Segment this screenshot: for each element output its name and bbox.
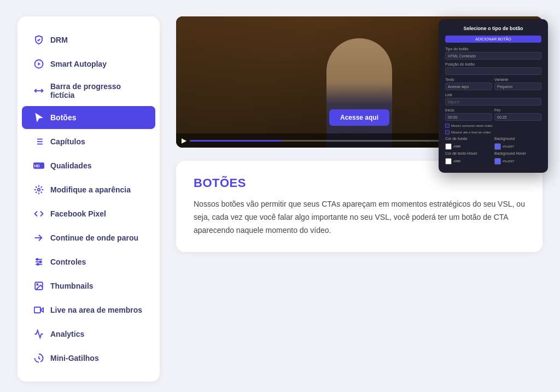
- progress-icon: [33, 85, 45, 97]
- sidebar-item-qualidades[interactable]: HD Qualidades: [22, 154, 155, 177]
- sidebar-item-smart-autoplay-label: Smart Autoplay: [50, 60, 107, 68]
- section-title: BOTÕES: [194, 176, 525, 190]
- background-swatch[interactable]: #5c63f7: [494, 143, 541, 150]
- sidebar-item-botoes[interactable]: Botões: [22, 106, 155, 129]
- sidebar-item-thumbnails[interactable]: Thumbnails: [22, 274, 155, 297]
- controls-play-icon[interactable]: ▶: [182, 137, 186, 144]
- bg-hover-value: #5c63f7: [503, 160, 514, 163]
- sidebar-item-capitulos[interactable]: Capítulos: [22, 130, 155, 153]
- text-col: Texto Acesse aqui: [445, 78, 492, 90]
- image-icon: [33, 280, 45, 292]
- arrow-right-icon: [33, 232, 45, 244]
- cor-fundo-value: #ffffff: [453, 145, 460, 148]
- checkbox1-label: Mostro somente neste vídeo: [451, 124, 493, 127]
- time-row: Início 00:00 Fim 00:25: [445, 108, 541, 121]
- fim-input[interactable]: 00:25: [494, 113, 541, 121]
- link-input[interactable]: https://: [445, 98, 541, 106]
- appearance-icon: [33, 184, 45, 196]
- sidebar-item-live-label: Live na area de membros: [50, 306, 142, 314]
- sidebar: DRM Smart Autoplay Barra de progresso f: [18, 16, 160, 382]
- sidebar-item-barra-progresso-label: Barra de progresso fictícia: [50, 82, 144, 100]
- sidebar-item-continue[interactable]: Continue de onde parou: [22, 226, 155, 249]
- svg-point-19: [37, 264, 39, 265]
- text-input[interactable]: Acesse aqui: [445, 83, 492, 90]
- shield-icon: [33, 34, 45, 46]
- cor-fundo-item: Cor de fundo: [445, 137, 492, 142]
- sidebar-item-barra-progresso[interactable]: Barra de progresso fictícia: [22, 77, 155, 105]
- checkbox2[interactable]: [445, 130, 450, 134]
- type-input[interactable]: HTML Conteúdo: [445, 52, 541, 60]
- sidebar-item-live[interactable]: Live na area de membros: [22, 299, 155, 321]
- sidebar-item-smart-autoplay[interactable]: Smart Autoplay: [22, 52, 155, 75]
- variant-col: Variante Pequeno: [494, 78, 541, 90]
- checkbox2-label: Mostrar até o final do vídeo: [451, 131, 491, 134]
- sidebar-item-qualidades-label: Qualidades: [50, 161, 91, 170]
- cor-texto-swatch[interactable]: #ffffff: [445, 158, 492, 165]
- bg-hover-swatch[interactable]: #5c63f7: [494, 158, 541, 165]
- sidebar-item-botoes-label: Botões: [50, 113, 76, 122]
- sidebar-item-facebook-pixel[interactable]: Facebook Pixel: [22, 202, 155, 225]
- text-variant-row: Texto Acesse aqui Variante Pequeno: [445, 78, 541, 90]
- link-row: Link https://: [445, 93, 541, 106]
- inicio-col: Início 00:00: [445, 108, 492, 121]
- sidebar-item-analytics-label: Analytics: [50, 330, 84, 338]
- settings-panel: Selecione o tipo de botão ADICIONAR BOTÃ…: [439, 19, 548, 173]
- sidebar-item-controles-label: Controles: [50, 258, 86, 266]
- play-circle-icon: [33, 58, 45, 70]
- cursor-icon: [33, 112, 45, 124]
- cor-texto-item: Cor de texto Hover: [445, 151, 492, 156]
- color-swatches-1: #ffffff #5c63f7: [445, 143, 541, 150]
- cor-texto-value: #ffffff: [453, 160, 460, 163]
- sidebar-item-continue-label: Continue de onde parou: [50, 233, 138, 242]
- type-row: Tipo do botão HTML Conteúdo: [445, 47, 541, 60]
- sidebar-item-analytics[interactable]: Analytics: [22, 323, 155, 346]
- svg-text:HD: HD: [34, 164, 39, 168]
- variant-label: Variante: [494, 78, 541, 81]
- code-icon: [33, 208, 45, 220]
- svg-point-21: [37, 284, 38, 285]
- position-row: Posição do botão: [445, 62, 541, 75]
- link-label: Link: [445, 93, 541, 97]
- progress-fill: [190, 140, 281, 142]
- section-description: Nossos botões vão permitir que seus CTAs…: [194, 198, 525, 237]
- video-icon: [33, 304, 45, 316]
- video-section: Acesse aqui ▶ 00:00 / 00:25 🔊 Selecione …: [176, 16, 542, 148]
- checkbox1-row: Mostro somente neste vídeo: [445, 124, 541, 128]
- cor-fundo-swatch[interactable]: #ffffff: [445, 143, 492, 150]
- hd-icon: HD: [33, 160, 45, 172]
- color-row-2: Cor de texto Hover Background Hover: [445, 151, 541, 156]
- inicio-input[interactable]: 00:00: [445, 113, 492, 121]
- sidebar-item-thumbnails-label: Thumbnails: [50, 282, 94, 290]
- inicio-label: Início: [445, 108, 492, 112]
- variant-input[interactable]: Pequeno: [494, 83, 541, 90]
- sliders-icon: [33, 256, 45, 268]
- svg-point-11: [38, 189, 40, 191]
- sidebar-item-capitulos-label: Capítulos: [50, 137, 85, 146]
- svg-rect-23: [34, 307, 40, 313]
- sidebar-item-mini-gatilhos[interactable]: Mini-Gatilhos: [22, 347, 155, 370]
- bg-hover-color: [494, 158, 501, 165]
- background-color: [494, 143, 501, 150]
- analytics-icon: [33, 328, 45, 340]
- add-button[interactable]: ADICIONAR BOTÃO: [445, 36, 541, 43]
- chapters-icon: [33, 136, 45, 148]
- color-swatches-2: #ffffff #5c63f7: [445, 158, 541, 165]
- sidebar-item-drm[interactable]: DRM: [22, 28, 155, 51]
- sidebar-item-aparencia[interactable]: Modifique a aparência: [22, 178, 155, 201]
- sidebar-item-drm-label: DRM: [50, 36, 68, 44]
- sidebar-item-aparencia-label: Modifique a aparência: [50, 185, 131, 194]
- sidebar-item-controles[interactable]: Controles: [22, 250, 155, 273]
- settings-title: Selecione o tipo de botão: [445, 26, 541, 31]
- checkbox1[interactable]: [445, 124, 450, 128]
- mini-icon: [33, 352, 45, 364]
- cor-fundo-color: [445, 143, 452, 150]
- svg-point-18: [40, 261, 42, 263]
- sidebar-item-mini-gatilhos-label: Mini-Gatilhos: [50, 354, 99, 362]
- fim-col: Fim 00:25: [494, 108, 541, 121]
- position-input[interactable]: [445, 67, 541, 75]
- cta-overlay-button[interactable]: Acesse aqui: [329, 109, 389, 126]
- fim-label: Fim: [494, 108, 541, 112]
- bg-hover-item: Background Hover: [494, 151, 541, 156]
- background-value: #5c63f7: [503, 145, 514, 148]
- svg-marker-1: [38, 62, 41, 66]
